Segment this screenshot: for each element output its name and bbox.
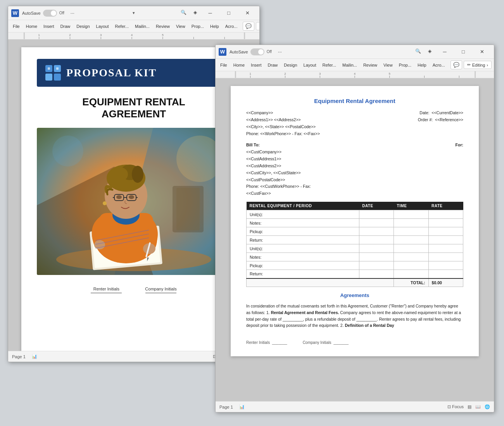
tab-review-2[interactable]: Review [361, 61, 380, 69]
cover-illustration [37, 128, 231, 275]
svg-rect-2 [244, 33, 245, 39]
status-right-2: ⊡ Focus ▤ 📖 🌐 [447, 404, 490, 409]
tab-insert-2[interactable]: Insert [249, 61, 264, 69]
maximize-button-1[interactable]: □ [220, 7, 238, 19]
minimize-button-2[interactable]: ─ [436, 46, 454, 58]
autosave-toggle-1[interactable] [43, 10, 57, 17]
bottom-company-initials: Company Initials _______ [303, 340, 349, 345]
tab-design-1[interactable]: Design [74, 22, 92, 30]
tab-home-2[interactable]: Home [231, 61, 247, 69]
page-indicator-2: Page 1 [219, 405, 233, 409]
tab-properties-2[interactable]: Prop... [397, 61, 414, 69]
row-pickup-2: Pickup: [247, 261, 359, 270]
close-button-1[interactable]: ✕ [238, 7, 256, 19]
tab-references-2[interactable]: Refer... [320, 61, 338, 69]
date-field: Date: <<CurrentDate>> [418, 110, 463, 117]
doc-area-2: Equipment Rental Agreement <<Company>> <… [216, 78, 494, 401]
title-bar-2: W AutoSave Off ··· ▾ 🔍 ◈ ─ □ ✕ [216, 45, 494, 59]
renter-initials-underline [91, 293, 122, 293]
magic-icon-2: ◈ [428, 48, 432, 54]
comment-icon-1: 💬 [245, 23, 252, 29]
content-page: Equipment Rental Agreement <<Company>> <… [231, 86, 479, 356]
layout-reading-2[interactable]: 📖 [475, 404, 481, 409]
tab-references-1[interactable]: Refer... [113, 22, 131, 30]
close-button-2[interactable]: ✕ [473, 46, 491, 58]
qat-more-1[interactable]: ··· [68, 9, 77, 17]
word-logo-2: W [219, 48, 226, 56]
tab-home-1[interactable]: Home [24, 22, 40, 30]
row-pickup-1: Pickup: [247, 227, 359, 236]
svg-rect-19 [48, 67, 50, 70]
bill-to-block: Bill To: <<CustCompany>> <<CustAddress1>… [246, 142, 311, 197]
tab-draw-2[interactable]: Draw [266, 61, 280, 69]
qat-more-2[interactable]: ··· [276, 48, 284, 56]
row-units-2: Unit(s): [247, 244, 359, 253]
for-block: For: [456, 142, 463, 197]
comment-button-2[interactable]: 💬 [450, 60, 462, 69]
proposal-kit-title: PROPOSAL KIT [66, 67, 157, 79]
tab-design-2[interactable]: Design [281, 61, 299, 69]
tab-file-1[interactable]: File [10, 22, 22, 30]
quick-access-toolbar-1: ··· [68, 9, 77, 17]
tab-help-1[interactable]: Help [208, 22, 221, 30]
word-count-icon-2: 📊 [239, 404, 245, 409]
editing-button-2[interactable]: ✏ Editing › [464, 61, 492, 69]
focus-button-2[interactable]: ⊡ Focus [447, 404, 464, 409]
address-line2: <<City>>, <<State>> <<PostalCode>> [246, 124, 320, 131]
toggle-text-1: Off [59, 11, 64, 15]
maximize-button-2[interactable]: □ [454, 46, 472, 58]
cust-addr1: <<CustAddress1>> [246, 156, 311, 163]
tab-file-2[interactable]: File [218, 61, 230, 69]
phone-fax: Phone: <<WorkPhone>> - Fax: <<Fax>> [246, 131, 320, 137]
tab-mailings-1[interactable]: Mailin... [133, 22, 152, 30]
tab-acrobat-1[interactable]: Acro... [223, 22, 240, 30]
autosave-toggle-2[interactable] [250, 48, 264, 55]
table-row: Notes: [247, 219, 463, 227]
cover-initials: Renter Initials Company Initials [37, 287, 231, 293]
cust-city: <<CustCity>>, <<CustState>> [246, 170, 311, 177]
tab-help-2[interactable]: Help [415, 61, 429, 69]
svg-rect-0 [8, 33, 259, 39]
row-return-1: Return: [247, 236, 359, 244]
svg-rect-20 [56, 67, 59, 70]
address-section: <<Company>> <<Address1>> <<Address2>> <<… [246, 110, 463, 137]
agreements-section: Agreements In consideration of the mutua… [246, 292, 463, 329]
layout-web-2[interactable]: 🌐 [485, 404, 490, 409]
tab-acrobat-2[interactable]: Acro... [430, 61, 447, 69]
tab-view-2[interactable]: View [381, 61, 395, 69]
table-header-time: TIME [394, 202, 428, 210]
tab-mailings-2[interactable]: Mailin... [340, 61, 359, 69]
svg-rect-18 [54, 74, 61, 81]
search-button-2[interactable]: 🔍 [413, 46, 423, 57]
magic-button-1[interactable]: ◈ [190, 7, 200, 18]
editing-button-1[interactable]: ✏ Editing › [256, 22, 260, 30]
tab-layout-2[interactable]: Layout [301, 61, 319, 69]
search-button-1[interactable]: 🔍 [178, 7, 189, 18]
tab-layout-1[interactable]: Layout [94, 22, 111, 30]
renter-initials: Renter Initials [91, 287, 122, 293]
tab-review-1[interactable]: Review [154, 22, 172, 30]
comment-button-1[interactable]: 💬 [243, 22, 254, 31]
tab-view-1[interactable]: View [174, 22, 188, 30]
minimize-button-1[interactable]: ─ [201, 7, 219, 19]
tab-properties-1[interactable]: Prop... [189, 22, 206, 30]
bottom-initials: Renter Initials _______ Company Initials… [246, 340, 463, 345]
layout-normal-2[interactable]: ▤ [468, 404, 471, 409]
svg-text:4: 4 [354, 72, 356, 76]
pen-icon-2: ✏ [467, 62, 471, 67]
word-logo-1: W [11, 9, 19, 17]
tab-draw-1[interactable]: Draw [58, 22, 73, 30]
table-row: Return: [247, 270, 463, 278]
tab-insert-1[interactable]: Insert [41, 22, 57, 30]
total-row: TOTAL: $0.00 [247, 278, 463, 287]
agreements-text: In consideration of the mutual covenants… [246, 303, 463, 329]
pen-icon-1: ✏ [259, 24, 260, 29]
cust-addr2: <<CustAddress2>> [246, 163, 311, 170]
magic-button-2[interactable]: ◈ [424, 46, 435, 57]
table-row: Unit(s): [247, 244, 463, 253]
cust-phone: Phone: <<CustWorkPhone>> - Fax: [246, 183, 311, 190]
cover-page: PROPOSAL KIT EQUIPMENT RENTAL AGREEMENT [21, 47, 246, 351]
table-header-equipment: RENTAL EQUIPMENT / PERIOD [247, 202, 359, 210]
bill-to-label: Bill To: [246, 142, 311, 149]
row-notes-1: Notes: [247, 219, 359, 227]
